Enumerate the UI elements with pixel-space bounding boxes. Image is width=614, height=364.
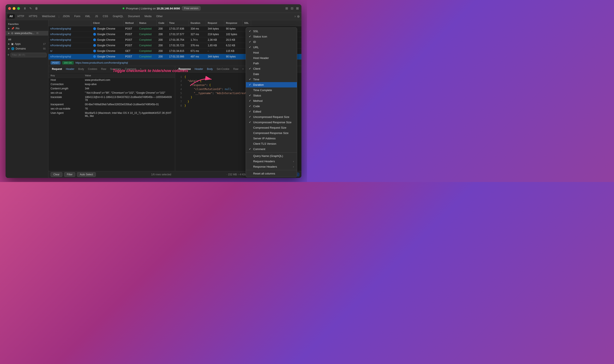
request-url: https://www.producthunt.com/frontend/gra… xyxy=(76,61,128,64)
menu-item-ssl[interactable]: ✓ SSL xyxy=(246,28,297,34)
tab-add-panel[interactable]: + xyxy=(138,67,143,71)
menu-item-time-complete[interactable]: Time Complete xyxy=(246,88,297,93)
tab-body[interactable]: Body xyxy=(77,67,86,71)
tab-media[interactable]: Media xyxy=(142,14,154,19)
kv-val-sec-ch-ua: " Not A;Brand";v="99", "Chromium";v="102… xyxy=(83,91,175,95)
menu-label: URL xyxy=(253,46,259,49)
menu-item-server-ip[interactable]: Server IP Address xyxy=(246,136,297,141)
menu-item-graphql[interactable]: Query Name (GraphQL) xyxy=(246,153,297,159)
tab-response-header[interactable]: Header xyxy=(193,67,205,71)
menu-item-uncompressed-req[interactable]: ✓ Uncompressed Request Size xyxy=(246,114,297,120)
tab-response-body[interactable]: Body xyxy=(205,67,214,71)
tab-websocket[interactable]: WebSocket xyxy=(40,14,57,19)
tab-comment[interactable]: Comment xyxy=(123,67,138,71)
col-header-url xyxy=(49,20,91,26)
tab-xml[interactable]: XML xyxy=(83,14,93,19)
menu-item-tls-version[interactable]: Client TLS Version xyxy=(246,141,297,146)
tab-other[interactable]: Other xyxy=(154,14,165,19)
row-response: 115 KB xyxy=(224,49,242,54)
menu-item-compressed-res[interactable]: Compressed Response Size xyxy=(246,130,297,136)
sidebar-item-domain[interactable]: ▶ ⊙ www.producthu... ⊡ xyxy=(6,31,48,36)
menu-item-host-header[interactable]: Host Header xyxy=(246,55,297,61)
row-duration: 671 ms xyxy=(189,49,206,54)
sidebar-filter-input[interactable]: Filter (⌘⇧F) xyxy=(11,53,47,57)
menu-item-req-headers[interactable]: Request Headers › xyxy=(246,159,297,164)
menu-item-client[interactable]: ✓ Client xyxy=(246,66,297,71)
tab-all[interactable]: All xyxy=(7,14,15,19)
menu-item-method[interactable]: ✓ Method xyxy=(246,98,297,104)
tab-response[interactable]: Response xyxy=(177,67,193,71)
json-token: { xyxy=(184,75,186,79)
col-header-response: Response xyxy=(224,20,242,26)
menu-item-compressed-req[interactable]: Compressed Request Size xyxy=(246,125,297,130)
domain-copy-icon[interactable]: ⊡ xyxy=(37,32,38,35)
menu-item-code[interactable]: ✓ Code xyxy=(246,104,297,109)
menu-item-reset-columns[interactable]: Reset all columns xyxy=(246,171,297,176)
pause-icon[interactable]: ⏸ xyxy=(23,7,26,10)
row-method: POST xyxy=(123,26,137,31)
layout-icon-2[interactable]: ⊟ xyxy=(291,6,293,10)
menu-item-status-icon[interactable]: ✓ Status Icon xyxy=(246,34,297,39)
menu-item-host[interactable]: Host xyxy=(246,50,297,55)
row-request: 1,65 KB xyxy=(206,43,224,48)
auto-select-button[interactable]: Auto Select xyxy=(77,172,96,177)
row-request: 2,36 KB xyxy=(206,37,224,43)
row-response: 102 bytes xyxy=(224,32,242,37)
settings-icon[interactable]: ⊕ xyxy=(297,14,300,18)
line-number: 5 xyxy=(178,91,182,95)
kv-val-user-agent: Mozilla/5.0 (Macintosh; Intel Mac OS X 1… xyxy=(83,111,175,118)
menu-item-time[interactable]: ✓ Time xyxy=(246,77,297,82)
sidebar-item-pin[interactable]: ▶ 📌 Pin xyxy=(6,26,48,31)
minimize-button[interactable] xyxy=(13,7,15,10)
kv-key-header: Key xyxy=(49,73,83,78)
menu-item-path[interactable]: Path xyxy=(246,61,297,66)
sidebar-add-icon[interactable]: + xyxy=(7,53,10,57)
tab-cookies[interactable]: Cookies xyxy=(86,67,99,71)
layout-icon-1[interactable]: ⊞ xyxy=(285,6,288,10)
trash-icon[interactable]: 🗑 xyxy=(35,7,38,10)
tab-response-raw[interactable]: Raw xyxy=(232,67,240,71)
menu-label: Duration xyxy=(253,83,264,86)
edit-icon[interactable]: ✎ xyxy=(29,7,32,10)
traffic-lights xyxy=(8,7,20,10)
json-token: } xyxy=(184,95,192,100)
checkmark-icon: ✓ xyxy=(249,110,252,113)
menu-item-id[interactable]: ✓ ID xyxy=(246,39,297,45)
clear-button[interactable]: Clear xyxy=(51,172,62,177)
tab-set-cookie[interactable]: Set-Cookie xyxy=(215,67,231,71)
tab-css[interactable]: CSS xyxy=(101,14,110,19)
tab-graphql[interactable]: GraphQL xyxy=(111,14,125,19)
sidebar-item-domains[interactable]: ▶ 🌐 Domains 55 xyxy=(6,46,48,51)
sidebar-item-apps[interactable]: ▶ ▣ Apps 17 xyxy=(6,42,48,46)
tab-http[interactable]: HTTP xyxy=(15,14,26,19)
layout-icon-3[interactable]: ⊠ xyxy=(296,6,299,10)
free-version-badge[interactable]: Free version xyxy=(182,6,201,11)
close-button[interactable] xyxy=(8,7,11,10)
menu-label: Method xyxy=(253,99,262,103)
tab-response-add[interactable]: + xyxy=(241,67,246,71)
tab-summary[interactable]: Summary xyxy=(108,67,123,71)
menu-item-uncompressed-res[interactable]: ✓ Uncompressed Response Size xyxy=(246,120,297,125)
menu-item-status[interactable]: ✓ Status xyxy=(246,93,297,98)
kv-key-content-length: Content-Length xyxy=(49,86,83,91)
menu-item-edited[interactable]: ✓ Edited xyxy=(246,109,297,114)
tab-form[interactable]: Form xyxy=(72,14,82,19)
tab-js[interactable]: JS xyxy=(93,14,100,19)
menu-item-duration[interactable]: ✓ Duration xyxy=(246,82,297,88)
filter-button[interactable]: Filter xyxy=(64,172,76,177)
row-url: n/frontend/graphql xyxy=(49,43,91,48)
tab-document[interactable]: Document xyxy=(126,14,142,19)
menu-item-res-headers[interactable]: Response Headers › xyxy=(246,164,297,169)
tab-json[interactable]: JSON xyxy=(61,14,72,19)
tab-header[interactable]: Header xyxy=(64,67,76,71)
tab-request[interactable]: Request xyxy=(50,67,64,71)
menu-item-url[interactable]: ✓ URL xyxy=(246,45,297,50)
maximize-button[interactable] xyxy=(17,7,20,10)
col-header-time: Time xyxy=(168,20,189,26)
tab-https[interactable]: HTTPS xyxy=(27,14,39,19)
menu-item-comment[interactable]: ✓ Comment xyxy=(246,146,297,152)
more-tabs-icon[interactable]: › xyxy=(295,14,296,18)
menu-item-date[interactable]: Date xyxy=(246,71,297,77)
col-header-ssl: SSL xyxy=(242,20,251,26)
tab-raw[interactable]: Raw xyxy=(99,67,108,71)
